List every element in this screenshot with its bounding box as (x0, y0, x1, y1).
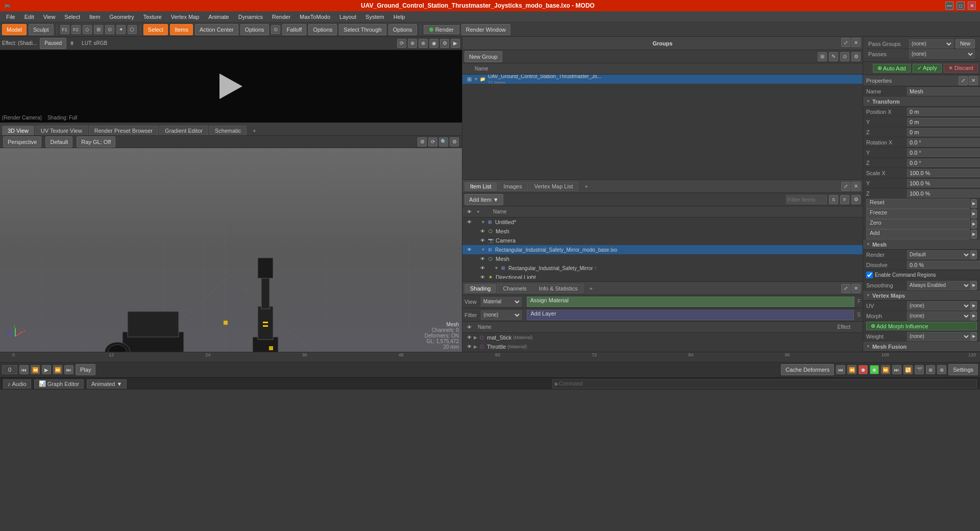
enable-cmd-checkbox[interactable] (866, 272, 873, 278)
freeze-arrow[interactable]: ▶ (971, 209, 977, 219)
preview-icon-3[interactable]: ⊗ (419, 39, 428, 48)
toolbar-select-through-options[interactable]: Options (388, 24, 417, 35)
menu-file[interactable]: File (2, 13, 19, 21)
play-btn[interactable]: Play (76, 364, 95, 375)
props-expand[interactable]: ⤢ (959, 76, 968, 85)
frame-input[interactable] (2, 365, 17, 374)
groups-icon-2[interactable]: ✎ (829, 52, 838, 61)
tab-shading-plus[interactable]: + (584, 284, 598, 293)
transform-section[interactable]: Transform (863, 96, 980, 107)
ray-gl[interactable]: Ray GL: Off (77, 136, 115, 148)
cache-deformers-btn[interactable]: Cache Deformers (781, 364, 834, 375)
rot-z-input[interactable] (907, 159, 980, 167)
assign-material-btn[interactable]: Assign Material (527, 297, 854, 307)
tab-uv-texture[interactable]: UV Texture View (35, 126, 88, 135)
reset-arrow[interactable]: ▶ (971, 199, 977, 208)
shading-item-0[interactable]: 👁 ▶ ⬡ mat_Stick (Material) (462, 333, 863, 342)
toolbar-select-through[interactable]: Select Through (339, 24, 386, 35)
name-input[interactable] (907, 87, 980, 95)
pos-x-input[interactable] (907, 108, 980, 116)
pos-z-input[interactable] (907, 128, 980, 136)
preview-icon-4[interactable]: ◉ (429, 39, 438, 48)
tab-channels[interactable]: Channels (497, 284, 532, 293)
transport-4[interactable]: ⏺ (870, 365, 879, 374)
mode-sculpt[interactable]: Sculpt (29, 24, 54, 35)
dissolve-input[interactable] (907, 261, 980, 269)
weight-arrow[interactable]: ▶ (971, 332, 977, 341)
tool-3[interactable]: ⊙ (105, 25, 114, 34)
timeline-prev[interactable]: ⏪ (31, 365, 40, 374)
menu-item[interactable]: Item (85, 13, 104, 21)
transport-5[interactable]: ⏩ (881, 365, 890, 374)
tab-schematic[interactable]: Schematic (209, 126, 247, 135)
list-item-3[interactable]: 👁 ▼ ⊞ Rectangular_Industrial_Safety_Mirr… (462, 245, 863, 254)
tab-add[interactable]: + (248, 126, 261, 135)
menu-texture[interactable]: Texture (139, 13, 166, 21)
shading-expand[interactable]: ⤢ (841, 284, 850, 293)
rot-y-input[interactable] (907, 149, 980, 157)
transport-2[interactable]: ⏪ (847, 365, 856, 374)
scale-x-input[interactable] (907, 169, 980, 177)
vertex-maps-section[interactable]: Vertex Maps (863, 291, 980, 301)
item-close[interactable]: ✕ (851, 182, 861, 191)
f2-btn[interactable]: F2 (71, 25, 81, 34)
mode-model[interactable]: Model (2, 24, 27, 35)
timeline-next-end[interactable]: ⏭ (64, 365, 74, 374)
tool-4[interactable]: ✦ (116, 25, 126, 34)
tool-1[interactable]: ◇ (83, 25, 92, 34)
apply-btn[interactable]: ✓ Apply (913, 64, 942, 73)
tab-render-preset[interactable]: Render Preset Browser (89, 126, 158, 135)
command-input[interactable]: ▶ Command (552, 379, 977, 389)
menu-vertex-map[interactable]: Vertex Map (167, 13, 204, 21)
menu-help[interactable]: Help (389, 13, 409, 21)
toolbar-options-1[interactable]: Options (240, 24, 269, 35)
transport-3[interactable]: ⏺ (859, 365, 868, 374)
timeline-play[interactable]: ▶ (42, 365, 51, 374)
item-icon-s[interactable]: S (829, 195, 838, 204)
preview-icon-1[interactable]: ⟳ (397, 39, 406, 48)
toolbar-falloff-options[interactable]: Options (308, 24, 337, 35)
smoothing-arrow[interactable]: ▶ (971, 281, 977, 290)
menu-edit[interactable]: Edit (20, 13, 38, 21)
list-item-4[interactable]: 👁 ⬡ Mesh (462, 254, 863, 263)
props-close[interactable]: ✕ (969, 76, 978, 85)
tab-info-stats[interactable]: Info & Statistics (533, 284, 583, 293)
tab-vertex-map[interactable]: Vertex Map List (529, 182, 579, 191)
f1-btn[interactable]: F1 (60, 25, 69, 34)
add-morph-influence-btn[interactable]: ⊕ Add Morph Influence (866, 322, 977, 330)
uv-select[interactable]: (none) (907, 301, 971, 310)
item-icon-settings[interactable]: ⚙ (851, 195, 861, 204)
tool-5[interactable]: ⬡ (128, 25, 137, 34)
audio-btn[interactable]: ♪ Audio (3, 379, 31, 389)
item-icon-f[interactable]: F (840, 195, 849, 204)
new-group-btn[interactable]: New Group (464, 51, 502, 62)
list-item-1[interactable]: 👁 ⬡ Mesh (462, 227, 863, 236)
pause-btn[interactable]: Paused (40, 38, 66, 49)
tab-images[interactable]: Images (498, 182, 528, 191)
groups-close-btn[interactable]: ✕ (851, 38, 861, 47)
tab-item-plus[interactable]: + (579, 182, 593, 190)
passes-select[interactable]: (none) (909, 50, 975, 59)
tab-gradient-editor[interactable]: Gradient Editor (159, 126, 208, 135)
animated-btn[interactable]: Animated ▼ (87, 379, 127, 389)
menu-system[interactable]: System (361, 13, 388, 21)
toolbar-items[interactable]: Items (170, 24, 193, 35)
morph-arrow[interactable]: ▶ (971, 311, 977, 321)
smoothing-select[interactable]: Always Enabled (907, 281, 971, 290)
item-expand[interactable]: ⤢ (841, 182, 850, 191)
freeze-btn[interactable]: Freeze (866, 209, 970, 219)
menu-render[interactable]: Render (268, 13, 295, 21)
list-item-5[interactable]: 👁 ▼ ⊞ Rectangular_Industrial_Safety_Mirr… (462, 263, 863, 273)
settings-btn[interactable]: Settings (948, 364, 978, 375)
rot-x-input[interactable] (907, 138, 980, 147)
pass-groups-select[interactable]: (none) (909, 39, 953, 49)
add-item-btn[interactable]: Add Item ▼ (464, 194, 503, 205)
tab-3d-view[interactable]: 3D View (2, 126, 34, 135)
viewport-icon-2[interactable]: ⟳ (428, 137, 437, 147)
minimize-btn[interactable]: — (945, 2, 953, 10)
uv-arrow[interactable]: ▶ (971, 301, 977, 310)
view-default[interactable]: Default (45, 136, 72, 148)
list-item-0[interactable]: 👁 ▼ ⊞ Untitled* (462, 218, 863, 227)
menu-dynamics[interactable]: Dynamics (234, 13, 267, 21)
menu-select[interactable]: Select (60, 13, 84, 21)
